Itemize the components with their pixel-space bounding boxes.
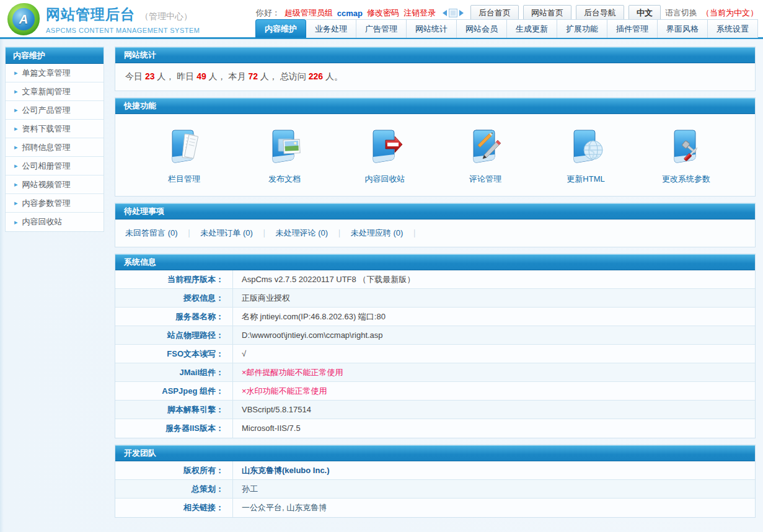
stat-value: 23: [145, 71, 155, 81]
pending-label: 未处理应聘: [351, 228, 391, 237]
row-value: Microsoft-IIS/7.5: [233, 419, 301, 438]
chevron-right-icon: ▸: [14, 218, 18, 226]
logout-link[interactable]: 注销登录: [404, 7, 436, 19]
stat-suffix: 人，: [258, 71, 280, 81]
quick-functions-body: 栏目管理 发布文档: [115, 114, 755, 196]
stat-value: 72: [248, 71, 258, 81]
quick-item-column-manage[interactable]: 栏目管理: [134, 126, 234, 185]
chevron-right-icon: ▸: [14, 180, 18, 188]
folder-tools-icon: [666, 126, 706, 166]
slide-pager: [443, 9, 464, 17]
sidebar-item-news[interactable]: ▸文章新闻管理: [6, 82, 104, 101]
sidebar-item-single-article[interactable]: ▸单篇文章管理: [6, 64, 104, 82]
unanswered-messages-link[interactable]: 未回答留言 (0): [125, 228, 178, 237]
tab-members[interactable]: 网站会员: [457, 19, 507, 38]
pending-items-section: 待处理事项 未回答留言 (0)｜未处理订单 (0)｜未处理评论 (0)｜未处理应…: [115, 203, 756, 247]
pending-count: (0): [243, 228, 253, 237]
table-row: JMail组件：×邮件提醒功能不能正常使用: [115, 363, 755, 382]
tab-extensions[interactable]: 扩展功能: [557, 19, 607, 38]
table-row: 脚本解释引擎：VBScript/5.8.17514: [115, 401, 755, 419]
row-value: 正版商业授权: [233, 289, 290, 307]
change-password-link[interactable]: 修改密码: [367, 7, 399, 19]
sidebar-item-content-params[interactable]: ▸内容参数管理: [6, 194, 104, 213]
sidebar-item-label: 网站视频管理: [22, 179, 71, 190]
site-stats-header: 网站统计: [115, 47, 755, 63]
quick-item-system-params[interactable]: 更改系统参数: [636, 126, 736, 185]
stat-label: 今日: [125, 71, 145, 81]
folder-globe-icon: [566, 126, 606, 166]
row-label: 服务器IIS版本：: [115, 419, 233, 438]
table-row: 相关链接：一公众平台, 山东克鲁博: [115, 499, 755, 517]
table-row: FSO文本读写：√: [115, 345, 755, 363]
tagline: ASPCMS CONTENT MANAGEMENT SYSTEM: [46, 27, 200, 34]
sidebar-item-albums[interactable]: ▸公司相册管理: [6, 157, 104, 175]
lang-switch-label: 语言切换: [665, 7, 697, 19]
folder-pages-icon: [164, 126, 204, 166]
sidebar-item-label: 公司相册管理: [22, 161, 71, 172]
unprocessed-comments-link[interactable]: 未处理评论 (0): [276, 228, 329, 237]
dev-team-section: 开发团队 版权所有：山东克鲁博(kelubo Inc.) 总策划：孙工 相关链接…: [115, 445, 756, 518]
unprocessed-applications-link[interactable]: 未处理应聘 (0): [351, 228, 404, 237]
main-nav-tabs: 内容维护 业务处理 广告管理 网站统计 网站会员 生成更新 扩展功能 插件管理 …: [255, 19, 758, 38]
tab-system-settings[interactable]: 系统设置: [708, 19, 758, 38]
quick-item-content-recycle[interactable]: 内容回收站: [335, 126, 435, 185]
tab-business[interactable]: 业务处理: [306, 19, 356, 38]
sidebar: 内容维护 ▸单篇文章管理 ▸文章新闻管理 ▸公司产品管理 ▸资料下载管理 ▸招聘…: [5, 47, 104, 232]
table-row: 授权信息：正版商业授权: [115, 289, 755, 308]
related-links[interactable]: 一公众平台, 山东克鲁博: [233, 499, 327, 517]
row-label: 站点物理路径：: [115, 326, 233, 344]
dev-team-table: 版权所有：山东克鲁博(kelubo Inc.) 总策划：孙工 相关链接：一公众平…: [115, 461, 755, 517]
row-value: D:\wwwroot\jntieyi.com\ccmap\right.asp: [233, 326, 383, 344]
sidebar-item-recycle-bin[interactable]: ▸内容回收站: [6, 213, 104, 231]
sidebar-item-label: 内容回收站: [22, 216, 63, 228]
row-value: VBScript/5.8.17514: [233, 401, 311, 419]
user-role-link[interactable]: 超级管理员组: [284, 7, 333, 19]
tab-generate[interactable]: 生成更新: [507, 19, 557, 38]
site-stats-body: 今日 23 人， 昨日 49 人， 本月 72 人， 总访问 226 人。: [115, 63, 755, 91]
logo-letter: A: [12, 8, 35, 30]
greeting-label: 你好：: [256, 7, 280, 19]
separator: ｜: [335, 228, 343, 237]
tab-plugins[interactable]: 插件管理: [607, 19, 658, 38]
quick-item-publish-doc[interactable]: 发布文档: [234, 126, 335, 185]
sidebar-header: 内容维护: [6, 47, 104, 64]
sidebar-item-videos[interactable]: ▸网站视频管理: [6, 175, 104, 194]
folder-recycle-icon: [365, 126, 405, 166]
stat-value: 226: [309, 71, 323, 81]
sidebar-item-jobs[interactable]: ▸招聘信息管理: [6, 138, 104, 157]
tab-content-maintenance[interactable]: 内容维护: [255, 19, 306, 38]
folder-pen-icon: [465, 126, 505, 166]
stat-suffix: 人，: [206, 71, 229, 81]
quick-functions-section: 快捷功能 栏目管理: [115, 97, 756, 197]
quick-item-comment-manage[interactable]: 评论管理: [435, 126, 536, 185]
quick-item-label: 评论管理: [469, 174, 501, 185]
username-link[interactable]: ccmap: [337, 9, 363, 18]
row-label: 总策划：: [115, 480, 233, 498]
folder-image-icon: [265, 126, 304, 166]
tab-ads[interactable]: 广告管理: [356, 19, 407, 38]
system-info-section: 系统信息 当前程序版本：AspCms v2.7.5 20220117 UTF8 …: [115, 254, 756, 438]
copyright-link[interactable]: 山东克鲁博(kelubo Inc.): [233, 461, 330, 479]
tab-site-stats[interactable]: 网站统计: [407, 19, 457, 38]
quick-item-update-html[interactable]: 更新HTML: [536, 126, 636, 185]
aspcms-logo: A: [7, 3, 40, 35]
quick-item-label: 更新HTML: [567, 174, 604, 185]
chevron-right-icon: ▸: [14, 106, 18, 114]
pager-box-icon[interactable]: [449, 9, 457, 17]
separator: ｜: [185, 228, 193, 237]
unprocessed-orders-link[interactable]: 未处理订单 (0): [200, 228, 253, 237]
pending-label: 未处理评论: [276, 228, 316, 237]
pending-items-body: 未回答留言 (0)｜未处理订单 (0)｜未处理评论 (0)｜未处理应聘 (0)｜: [115, 219, 755, 247]
pager-left-arrow-icon[interactable]: [443, 10, 447, 16]
row-label: 脚本解释引擎：: [115, 401, 233, 419]
sidebar-item-label: 内容参数管理: [22, 198, 71, 209]
sidebar-item-products[interactable]: ▸公司产品管理: [6, 101, 104, 120]
stat-suffix: 人。: [323, 71, 343, 81]
sidebar-item-downloads[interactable]: ▸资料下载管理: [6, 120, 104, 138]
row-value: 名称 jntieyi.com(IP:46.8.202.63) 端口:80: [233, 308, 386, 326]
pager-right-arrow-icon[interactable]: [459, 10, 464, 16]
pending-label: 未处理订单: [200, 228, 240, 237]
stat-label: 本月: [229, 71, 249, 81]
page-subtitle: （管理中心）: [140, 11, 192, 22]
tab-ui-style[interactable]: 界面风格: [658, 19, 708, 38]
